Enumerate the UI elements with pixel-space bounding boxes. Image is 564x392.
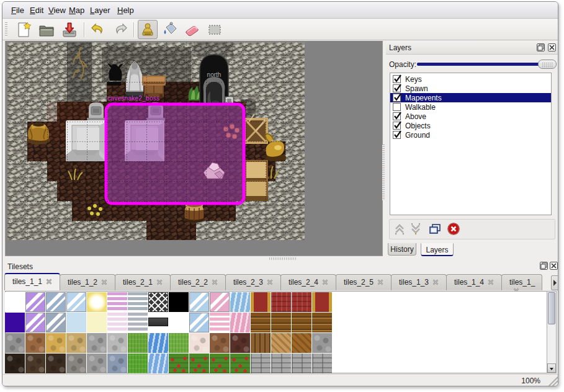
svg-text:cavesnake2_boss: cavesnake2_boss: [107, 95, 159, 102]
svg-text:north: north: [207, 71, 222, 78]
